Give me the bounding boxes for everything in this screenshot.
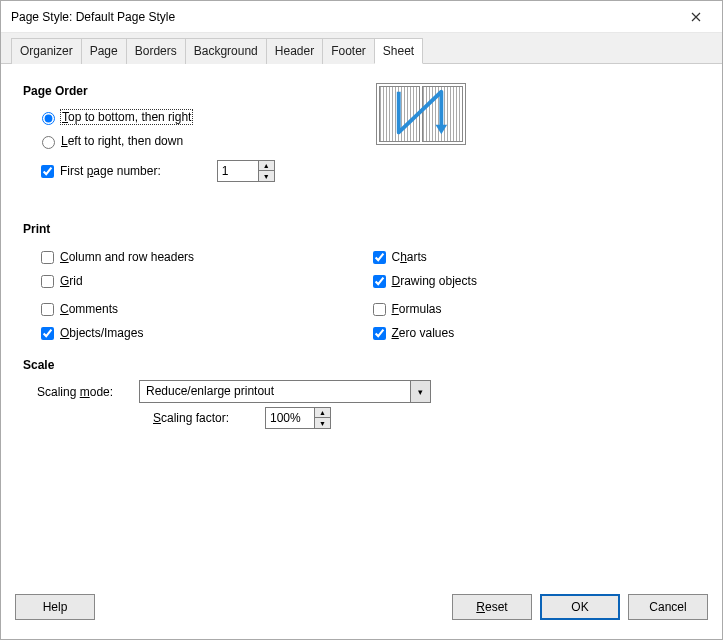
check-comments[interactable]: [41, 303, 54, 316]
check-objects-images-label[interactable]: Objects/Images: [60, 326, 143, 340]
check-formulas[interactable]: [373, 303, 386, 316]
check-grid-label[interactable]: Grid: [60, 274, 83, 288]
section-scale-title: Scale: [23, 358, 700, 372]
radio-top-to-bottom-label[interactable]: Top to bottom, then right: [61, 110, 192, 124]
spin-up-icon[interactable]: ▲: [259, 161, 274, 171]
scaling-mode-label: Scaling mode:: [23, 385, 139, 399]
check-drawing-objects-label[interactable]: Drawing objects: [392, 274, 477, 288]
tab-sheet[interactable]: Sheet: [374, 38, 423, 64]
check-zero-values[interactable]: [373, 327, 386, 340]
page-order-preview: [376, 83, 466, 145]
dialog-content: Page Order Top to bottom, then right Lef…: [1, 64, 722, 587]
reset-button[interactable]: Reset: [452, 594, 532, 620]
button-bar: Help Reset OK Cancel: [1, 587, 722, 639]
first-page-number-label[interactable]: First page number:: [60, 164, 161, 178]
tab-page[interactable]: Page: [81, 38, 127, 64]
check-col-row-headers-label[interactable]: Column and row headers: [60, 250, 194, 264]
reset-button-label: Reset: [476, 600, 507, 614]
tab-organizer[interactable]: Organizer: [11, 38, 82, 64]
scaling-factor-label: Scaling factor:: [153, 411, 265, 425]
check-zero-values-label[interactable]: Zero values: [392, 326, 455, 340]
help-button[interactable]: Help: [15, 594, 95, 620]
help-button-label: Help: [43, 600, 68, 614]
close-icon: [691, 12, 701, 22]
check-objects-images[interactable]: [41, 327, 54, 340]
check-charts[interactable]: [373, 251, 386, 264]
chevron-down-icon[interactable]: ▾: [410, 381, 430, 402]
close-button[interactable]: [676, 2, 716, 32]
spin-down-icon[interactable]: ▼: [315, 418, 330, 428]
first-page-number-input[interactable]: [218, 161, 258, 181]
scaling-factor-input[interactable]: [266, 408, 314, 428]
check-comments-label[interactable]: Comments: [60, 302, 118, 316]
dialog-window: Page Style: Default Page Style Organizer…: [0, 0, 723, 640]
section-print-title: Print: [23, 222, 700, 236]
radio-left-to-right[interactable]: [42, 136, 55, 149]
scaling-factor-spin[interactable]: ▲ ▼: [265, 407, 331, 429]
spin-up-icon[interactable]: ▲: [315, 408, 330, 418]
tabbar: Organizer Page Borders Background Header…: [1, 33, 722, 64]
titlebar: Page Style: Default Page Style: [1, 1, 722, 33]
first-page-number-spin[interactable]: ▲ ▼: [217, 160, 275, 182]
tab-header[interactable]: Header: [266, 38, 323, 64]
section-page-order-title: Page Order: [23, 84, 700, 98]
check-col-row-headers[interactable]: [41, 251, 54, 264]
cancel-button[interactable]: Cancel: [628, 594, 708, 620]
check-formulas-label[interactable]: Formulas: [392, 302, 442, 316]
radio-left-to-right-label[interactable]: Left to right, then down: [61, 134, 183, 148]
cancel-button-label: Cancel: [649, 600, 686, 614]
spin-down-icon[interactable]: ▼: [259, 171, 274, 181]
check-grid[interactable]: [41, 275, 54, 288]
ok-button[interactable]: OK: [540, 594, 620, 620]
check-first-page-number[interactable]: [41, 165, 54, 178]
scaling-mode-value: Reduce/enlarge printout: [140, 381, 410, 402]
tab-footer[interactable]: Footer: [322, 38, 375, 64]
tab-borders[interactable]: Borders: [126, 38, 186, 64]
ok-button-label: OK: [571, 600, 588, 614]
scaling-mode-select[interactable]: Reduce/enlarge printout ▾: [139, 380, 431, 403]
check-charts-label[interactable]: Charts: [392, 250, 427, 264]
tab-background[interactable]: Background: [185, 38, 267, 64]
radio-top-to-bottom[interactable]: [42, 112, 55, 125]
check-drawing-objects[interactable]: [373, 275, 386, 288]
dialog-title: Page Style: Default Page Style: [11, 10, 676, 24]
